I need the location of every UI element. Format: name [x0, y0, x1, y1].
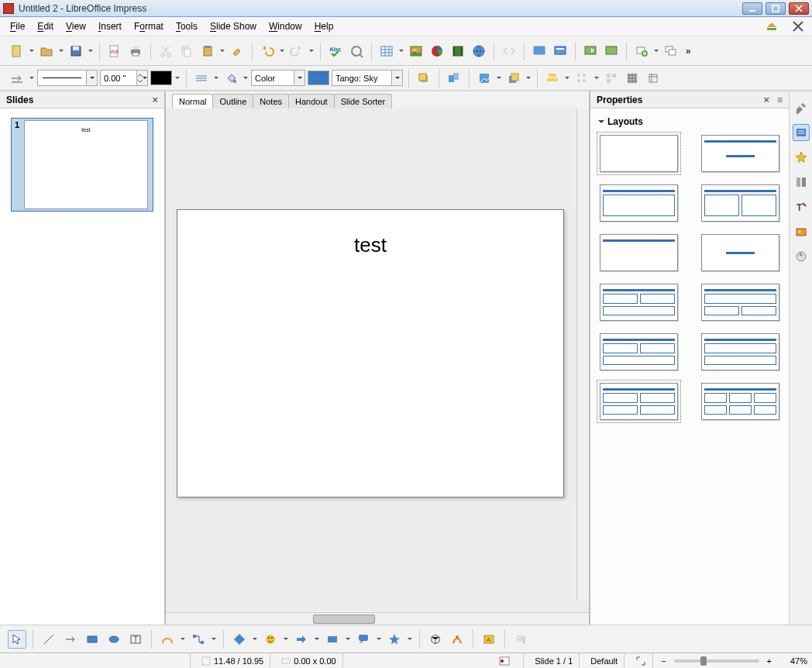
- horizontal-scrollbar[interactable]: [166, 612, 589, 625]
- line-color-dropdown[interactable]: [174, 74, 181, 81]
- menu-window[interactable]: Window: [263, 19, 308, 34]
- presentation-button[interactable]: [530, 42, 549, 60]
- layout-blank[interactable]: [600, 135, 678, 172]
- layout-six[interactable]: [701, 383, 779, 420]
- paste-dropdown[interactable]: [219, 47, 225, 54]
- crop-button[interactable]: [445, 69, 463, 88]
- symbol-shapes-tool[interactable]: [261, 630, 280, 649]
- tab-normal[interactable]: Normal: [172, 94, 213, 108]
- callout-tool[interactable]: [354, 630, 373, 649]
- cut-button[interactable]: [157, 42, 175, 60]
- rail-custom-animation-icon[interactable]: [793, 149, 810, 166]
- fill-color-swatch[interactable]: [308, 71, 329, 85]
- zoom-fit-button[interactable]: [629, 653, 653, 668]
- arrow-style-dropdown[interactable]: [29, 74, 35, 81]
- rectangle-tool[interactable]: [83, 630, 102, 649]
- stars-tool[interactable]: [385, 630, 404, 649]
- layout-three-a[interactable]: [600, 333, 678, 370]
- hyperlink-button[interactable]: [470, 42, 488, 60]
- insert-slide-button[interactable]: [632, 42, 651, 60]
- textbox-tool[interactable]: T: [126, 630, 145, 649]
- tab-slide-sorter[interactable]: Slide Sorter: [334, 94, 392, 108]
- close-slides-panel-button[interactable]: ×: [152, 94, 158, 105]
- undo-button[interactable]: [258, 42, 277, 60]
- stars-dropdown[interactable]: [407, 635, 413, 642]
- image-button[interactable]: [407, 42, 425, 60]
- layout-four-a[interactable]: [600, 383, 678, 420]
- menu-slideshow[interactable]: Slide Show: [205, 19, 262, 34]
- canvas-area[interactable]: test: [166, 108, 589, 612]
- close-window-button[interactable]: [789, 2, 809, 15]
- rail-properties-icon[interactable]: [793, 99, 810, 116]
- vertical-scrollbar[interactable]: [576, 108, 589, 600]
- flowchart-tool[interactable]: [323, 630, 342, 649]
- menu-file[interactable]: File: [5, 19, 30, 34]
- filter-button[interactable]: [475, 69, 494, 88]
- open-dropdown[interactable]: [58, 47, 64, 54]
- redo-dropdown[interactable]: [308, 47, 315, 54]
- arrange-button[interactable]: [504, 69, 523, 88]
- first-slide-button[interactable]: [581, 42, 600, 60]
- export-pdf-button[interactable]: PDF: [105, 42, 124, 60]
- maximize-button[interactable]: [766, 2, 786, 15]
- layout-title[interactable]: [701, 135, 779, 172]
- align-button[interactable]: [543, 69, 562, 88]
- 3d-objects-tool[interactable]: [426, 630, 445, 649]
- rail-master-pages-icon[interactable]: [793, 124, 810, 141]
- layout-content-over[interactable]: [701, 284, 779, 321]
- rail-gallery-icon[interactable]: [793, 223, 810, 240]
- area-style-button[interactable]: [192, 69, 211, 88]
- open-button[interactable]: [37, 42, 56, 60]
- symbol-shapes-dropdown[interactable]: [283, 635, 289, 642]
- tab-outline[interactable]: Outline: [212, 94, 253, 108]
- slide-thumbnail[interactable]: 1 test: [11, 118, 153, 212]
- fill-bucket-button[interactable]: [222, 69, 240, 88]
- line-width-combo[interactable]: [100, 70, 148, 86]
- fontwork-tool[interactable]: A: [480, 630, 498, 649]
- minimize-button[interactable]: [742, 2, 762, 15]
- new-dropdown[interactable]: [29, 47, 35, 54]
- zoom-in-button[interactable]: +: [764, 656, 775, 666]
- block-arrows-dropdown[interactable]: [314, 635, 320, 642]
- select-tool[interactable]: [8, 630, 26, 649]
- grid-button[interactable]: [623, 69, 642, 88]
- menu-insert[interactable]: Insert: [93, 19, 127, 34]
- tab-notes[interactable]: Notes: [253, 94, 289, 108]
- autospell-button[interactable]: [347, 42, 366, 60]
- align-dropdown[interactable]: [564, 74, 570, 81]
- new-button[interactable]: [8, 42, 26, 60]
- fill-name-combo[interactable]: Tango: Sky: [332, 70, 403, 86]
- shadow-button[interactable]: [415, 69, 433, 88]
- menu-tools[interactable]: Tools: [170, 19, 203, 34]
- layout-title-content[interactable]: [600, 184, 678, 222]
- close-document-button[interactable]: [789, 17, 807, 36]
- table-dropdown[interactable]: [398, 47, 404, 54]
- zoom-out-button[interactable]: −: [658, 656, 669, 666]
- menu-help[interactable]: Help: [309, 19, 339, 34]
- hscroll-thumb[interactable]: [313, 615, 375, 624]
- line-color-swatch[interactable]: [150, 71, 172, 85]
- html-source-button[interactable]: [500, 42, 518, 60]
- tab-handout[interactable]: Handout: [288, 94, 335, 108]
- line-tool[interactable]: [40, 630, 58, 649]
- extrusion-tool[interactable]: [511, 630, 530, 649]
- status-style[interactable]: Default: [584, 653, 624, 668]
- curve-dropdown[interactable]: [180, 635, 186, 642]
- line-width-input[interactable]: [101, 74, 136, 83]
- rail-styles-icon[interactable]: T: [793, 198, 810, 215]
- callout-dropdown[interactable]: [376, 635, 382, 642]
- basic-shapes-tool[interactable]: [230, 630, 249, 649]
- layouts-section-header[interactable]: Layouts: [597, 113, 783, 130]
- fill-mode-combo[interactable]: Color: [251, 70, 305, 86]
- connector-dropdown[interactable]: [211, 635, 217, 642]
- basic-shapes-dropdown[interactable]: [252, 635, 258, 642]
- layout-two-content[interactable]: [701, 184, 779, 222]
- arrow-style-button[interactable]: [8, 69, 26, 88]
- spellcheck-button[interactable]: Abc: [326, 42, 345, 60]
- print-button[interactable]: [126, 42, 145, 60]
- update-icon[interactable]: [762, 17, 781, 36]
- layout-title-only[interactable]: [600, 234, 678, 271]
- layout-three-b[interactable]: [701, 333, 779, 370]
- chart-button[interactable]: [428, 42, 446, 60]
- ellipse-tool[interactable]: [105, 630, 123, 649]
